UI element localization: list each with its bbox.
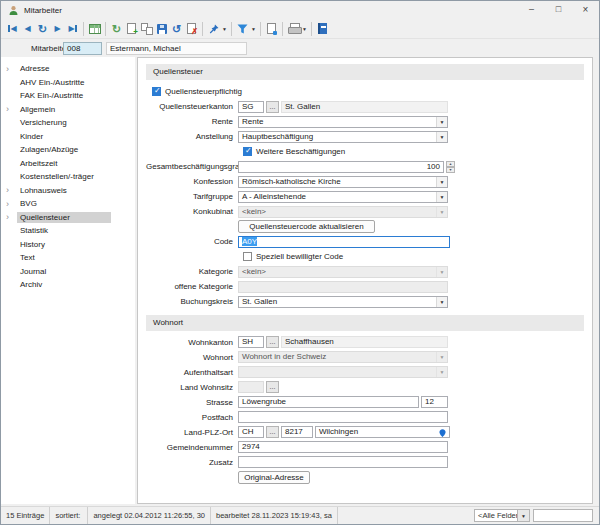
dropdown-arrow-icon[interactable]: ▼ [518,509,530,522]
sidebar-item-versicherung[interactable]: Versicherung [1,116,135,130]
refresh-icon: ↻ [112,24,121,34]
sidebar-item-kostenstellen[interactable]: Kostenstellen/-träger [1,170,135,184]
minimize-button[interactable]: – [518,1,545,19]
anstellung-select[interactable]: Hauptbeschäftigung▼ [238,131,448,143]
wohnkanton-browse-button[interactable]: ... [266,336,279,348]
dropdown-arrow-icon[interactable]: ▼ [436,192,447,202]
wohnkanton-label: Wohnkanton [146,338,238,347]
expander-icon[interactable]: › [6,199,17,209]
pin-button[interactable] [206,20,221,37]
undo-button[interactable]: ↺ [169,20,184,37]
gesamtbeschaeftigungsgrad-input[interactable]: 100 [238,161,444,173]
dropdown-arrow-icon[interactable]: ▼ [436,177,447,187]
sidebar-item-arbeitszeit[interactable]: Arbeitszeit [1,157,135,171]
konfession-label: Konfession [146,177,238,186]
pin-dropdown-arrow[interactable]: ▼ [221,26,228,32]
hausnummer-input[interactable]: 12 [421,396,448,408]
rente-select[interactable]: Rente▼ [238,116,448,128]
expander-icon[interactable]: › [6,185,17,195]
anstellung-label: Anstellung [146,132,238,141]
sidebar-item-bvg[interactable]: ›BVG [1,197,135,211]
sidebar-item-allgemein[interactable]: ›Allgemein [1,103,135,117]
kanton-code-input[interactable]: SG [238,101,264,113]
last-record-button[interactable]: ▶ [65,20,80,37]
land-wohnsitz-browse-button[interactable]: ... [266,381,279,393]
wohnkanton-code-input[interactable]: SH [238,336,264,348]
pin-icon [209,24,219,34]
sidebar-item-statistik[interactable]: Statistik [1,224,135,238]
sidebar-item-archiv[interactable]: Archiv [1,278,135,292]
sidebar-item-lohnausweis[interactable]: ›Lohnausweis [1,184,135,198]
strasse-label: Strasse [146,398,238,407]
notebook-button[interactable] [315,20,330,37]
employee-name-field[interactable]: Estermann, Michael [106,42,247,55]
strasse-input[interactable]: Löwengrube [238,396,419,408]
search-input[interactable] [533,509,593,522]
sidebar-item-text[interactable]: Text [1,251,135,265]
app-window: Mitarbeiter – □ × ◀ ◀ ↻ ▶ ▶ ↻ + ↺ ✗ ▼ ▼ [0,0,600,525]
gesamtbeschaeftigungsgrad-spinner[interactable]: ▲▼ [446,161,455,173]
land-code-input[interactable]: CH [238,426,264,438]
tarifgruppe-select[interactable]: A - Alleinstehende▼ [238,191,448,203]
quellensteuerpflichtig-checkbox[interactable] [152,87,161,96]
reload-record-button[interactable]: ↻ [35,20,50,37]
previous-record-button[interactable]: ◀ [20,20,35,37]
sidebar-item-adresse[interactable]: ›Adresse [1,62,135,76]
speziell-bewilligter-code-checkbox[interactable] [243,252,252,261]
save-button[interactable] [154,20,169,37]
employee-number-input[interactable]: 008 [63,42,102,55]
close-button[interactable]: × [572,1,599,19]
dropdown-arrow-icon: ▼ [436,352,447,362]
form-panel: Quellensteuer Quellensteuerpflichtig Que… [137,57,593,504]
dropdown-arrow-icon[interactable]: ▼ [436,297,447,307]
postfach-input[interactable] [238,411,448,423]
expander-icon[interactable]: › [6,64,17,74]
dropdown-arrow-icon[interactable]: ▼ [436,117,447,127]
copy-record-button[interactable] [139,20,154,37]
toolbar-separator [282,22,283,36]
wohnort-select: Wohnort in der Schweiz▼ [238,351,448,363]
maximize-button[interactable]: □ [545,1,572,19]
aufenthaltsart-label: Aufenthaltsart [146,368,238,377]
refresh-button[interactable]: ↻ [109,20,124,37]
filter-dropdown-arrow[interactable]: ▼ [250,26,257,32]
sidebar-item-fak[interactable]: FAK Ein-/Austritte [1,89,135,103]
expander-icon[interactable]: › [6,212,17,222]
dropdown-arrow-icon[interactable]: ▼ [436,132,447,142]
weitere-beschaeftigungen-checkbox[interactable] [243,147,252,156]
first-record-button[interactable]: ◀ [5,20,20,37]
sidebar-item-kinder[interactable]: Kinder [1,130,135,144]
table-view-button[interactable] [87,20,102,37]
sidebar-item-history[interactable]: History [1,238,135,252]
report-button[interactable] [264,20,279,37]
expander-icon[interactable]: › [6,104,17,114]
search-field-filter-select[interactable]: <Alle Felder> ▼ [474,509,530,522]
kanton-label: Quellensteuerkanton [146,102,238,111]
next-record-button[interactable]: ▶ [50,20,65,37]
code-input[interactable]: A0Y [238,236,450,248]
sidebar-item-zulagen[interactable]: Zulagen/Abzüge [1,143,135,157]
ort-input[interactable]: Wilchingen [315,426,450,438]
filter-button[interactable] [235,20,250,37]
next-record-icon: ▶ [54,24,60,33]
delete-record-button[interactable]: ✗ [184,20,199,37]
map-pin-icon[interactable] [438,428,447,438]
kanton-browse-button[interactable]: ... [266,101,279,113]
new-record-button[interactable]: + [124,20,139,37]
sidebar-item-quellensteuer[interactable]: ›Quellensteuer [1,211,135,225]
sidebar-item-journal[interactable]: Journal [1,265,135,279]
plz-browse-button[interactable]: ... [266,426,279,438]
sidebar-item-ahv[interactable]: AHV Ein-/Austritte [1,76,135,90]
print-button[interactable] [286,20,301,37]
plz-input[interactable]: 8217 [281,426,313,438]
spin-down-icon: ▼ [446,167,455,173]
quellensteuercode-aktualisieren-button[interactable]: Quellensteuercode aktualisieren [238,220,375,233]
gemeindenummer-input[interactable]: 2974 [238,441,448,453]
buchungskreis-select[interactable]: St. Gallen▼ [238,296,448,308]
title-bar: Mitarbeiter – □ × [1,1,599,19]
print-dropdown-arrow[interactable]: ▼ [301,26,308,32]
konfession-select[interactable]: Römisch-katholische Kirche▼ [238,176,448,188]
konkubinat-select: <kein>▼ [238,206,448,218]
original-adresse-button[interactable]: Original-Adresse [238,471,310,484]
zusatz-input[interactable] [238,456,448,468]
